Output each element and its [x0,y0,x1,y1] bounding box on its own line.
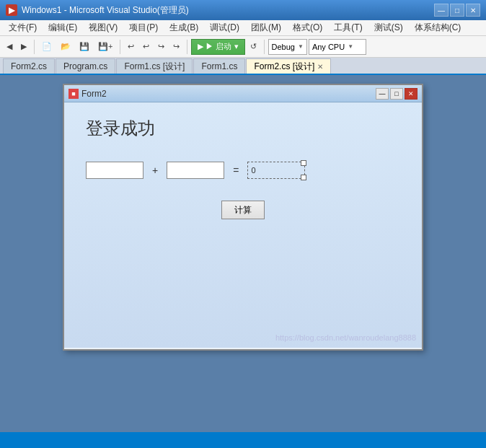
toolbar: ◀ ▶ 📄 📂 💾 💾+ ↩ ↩ ↪ ↪ ▶ ▶ 启动 ▾ ↺ Debug ▼ … [0,36,486,58]
tab-close-icon[interactable]: ✕ [317,63,323,71]
toolbar-new[interactable]: 📄 [38,40,56,53]
menu-file[interactable]: 文件(F) [3,20,43,35]
cpu-dropdown[interactable]: Any CPU ▼ [309,39,366,55]
tab-form2cs-design[interactable]: Form2.cs [设计] ✕ [246,58,331,74]
debug-label: Debug [272,43,295,51]
minimize-button[interactable]: — [434,4,449,17]
calc-button-row: 计算 [86,201,400,219]
tab-bar: Form2.cs Program.cs Form1.cs [设计] Form1.… [0,58,486,75]
separator-1 [34,40,35,54]
separator-4 [264,40,265,54]
watermark: https://blog.csdn.net/wanroudelang8888 [275,333,416,342]
form2-close[interactable]: ✕ [405,88,417,100]
toolbar-refresh[interactable]: ↺ [247,40,260,53]
form2-window-buttons: — □ ✕ [376,88,417,100]
form2-title: Form2 [81,89,373,99]
vs-icon: ▶ [6,4,17,16]
menu-view[interactable]: 视图(V) [83,20,123,35]
toolbar-redo2[interactable]: ↪ [169,40,183,53]
menu-test[interactable]: 测试(S) [368,20,409,35]
play-icon: ▶ [198,42,203,51]
form2-content: 登录成功 + = 0 计算 https://blog.csdn.net/wanr… [64,102,422,348]
menu-team[interactable]: 团队(M) [245,20,287,35]
menu-architecture[interactable]: 体系结构(C) [409,20,467,35]
tab-form1cs-design[interactable]: Form1.cs [设计] [116,58,193,74]
cpu-arrow: ▼ [348,43,353,50]
menu-tools[interactable]: 工具(T) [328,20,368,35]
maximize-button[interactable]: □ [450,4,464,17]
separator-3 [187,40,187,54]
result-value: 0 [251,166,255,175]
title-bar: ▶ Windows1 - Microsoft Visual Studio(管理员… [0,0,486,20]
menu-format[interactable]: 格式(O) [287,20,328,35]
menu-build[interactable]: 生成(B) [164,20,204,35]
toolbar-undo[interactable]: ↩ [124,40,138,53]
form2-window: ■ Form2 — □ ✕ 登录成功 + = 0 [63,84,423,351]
result-box: 0 [247,162,305,179]
title-bar-buttons: — □ ✕ [434,4,480,17]
close-button[interactable]: ✕ [466,4,480,17]
form2-maximize[interactable]: □ [390,88,403,100]
plus-sign: + [152,164,158,176]
calculator-row: + = 0 [86,162,400,179]
toolbar-forward[interactable]: ▶ [17,40,30,53]
calc-button-label: 计算 [234,204,252,216]
start-button[interactable]: ▶ ▶ 启动 ▾ [191,39,244,55]
operand2-input[interactable] [167,162,224,179]
operand1-input[interactable] [86,162,143,179]
menu-debug[interactable]: 调试(D) [204,20,245,35]
menu-edit[interactable]: 编辑(E) [43,20,83,35]
menu-bar: 文件(F) 编辑(E) 视图(V) 项目(P) 生成(B) 调试(D) 团队(M… [0,20,486,36]
calc-button[interactable]: 计算 [221,201,265,219]
tab-form1cs-label: Form1.cs [201,61,237,71]
toolbar-back[interactable]: ◀ [3,40,16,53]
main-area: ■ Form2 — □ ✕ 登录成功 + = 0 [0,75,486,432]
watermark-text: https://blog.csdn.net/wanroudelang8888 [275,333,416,342]
form2-minimize[interactable]: — [376,88,389,100]
separator-2 [120,40,120,54]
debug-arrow: ▼ [298,43,304,50]
debug-dropdown[interactable]: Debug ▼ [268,39,307,55]
form2-icon: ■ [69,89,79,99]
tab-form2cs-design-label: Form2.cs [设计] [254,61,314,73]
toolbar-save[interactable]: 💾 [76,40,93,53]
toolbar-redo[interactable]: ↪ [154,40,168,53]
status-bar [0,432,486,448]
title-bar-text: Windows1 - Microsoft Visual Studio(管理员) [22,4,430,17]
tab-form2cs[interactable]: Form2.cs [3,58,55,74]
start-label: ▶ 启动 ▾ [206,41,238,52]
tab-programcs[interactable]: Program.cs [56,58,115,74]
login-success-label: 登录成功 [86,117,400,140]
tab-form2cs-label: Form2.cs [11,61,47,71]
toolbar-undo2[interactable]: ↩ [139,40,153,53]
equals-sign: = [233,164,239,176]
tab-form1cs[interactable]: Form1.cs [193,58,245,74]
tab-form1cs-design-label: Form1.cs [设计] [124,61,185,73]
menu-project[interactable]: 项目(P) [123,20,164,35]
cpu-label: Any CPU [312,43,345,51]
tab-programcs-label: Program.cs [63,61,107,71]
toolbar-save-all[interactable]: 💾+ [94,40,116,53]
form2-titlebar: ■ Form2 — □ ✕ [64,85,422,102]
toolbar-open[interactable]: 📂 [57,40,74,53]
